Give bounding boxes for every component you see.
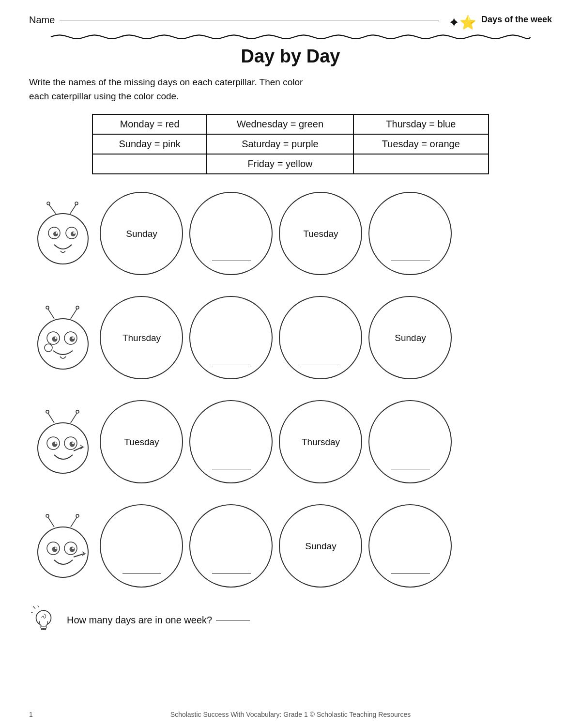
segment-2-4: Sunday [366,293,455,383]
color-cell-thursday: Thursday = blue [353,114,489,134]
svg-point-27 [100,296,183,379]
svg-point-13 [279,192,362,275]
segment-3-1: Tuesday [97,397,186,487]
answer-line-1-2[interactable] [212,261,251,261]
header: Name ✦⭐ Days of the week [29,15,552,31]
segment-3-3: Thursday [276,397,366,487]
caterpillar-head-4 [29,512,97,580]
question-text: How many days are in one week? [67,615,212,626]
svg-point-6 [73,232,75,234]
name-underline [60,20,439,20]
caterpillar-head-2 [29,304,97,372]
svg-line-38 [47,412,54,423]
answer-line-4-1[interactable] [122,573,161,573]
name-label: Name [29,15,55,26]
svg-point-8 [47,202,50,205]
answer-line-2-3[interactable] [302,365,340,365]
header-title: Days of the week [481,15,552,25]
color-cell-empty2 [353,154,489,174]
svg-point-49 [52,546,58,552]
color-cell-friday: Friday = yellow [207,154,353,174]
caterpillar-head-3 [29,408,97,476]
caterpillar-row-1: Sunday Tuesday [29,189,552,279]
color-row-1: Monday = red Wednesday = green Thursday … [92,114,489,134]
bottom-section: How many days are in one week? [29,605,552,635]
answer-line-2-2[interactable] [212,365,251,365]
svg-point-18 [52,336,58,341]
svg-point-54 [46,514,49,517]
answer-line-4-4[interactable] [391,573,430,573]
color-cell-wednesday: Wednesday = green [207,114,353,134]
caterpillar-2-segments: Thursday Sunday [97,293,552,383]
svg-point-39 [46,410,49,413]
svg-line-23 [47,308,54,319]
svg-point-14 [369,192,451,275]
color-cell-sunday: Sunday = pink [92,134,207,154]
svg-point-45 [369,401,451,483]
color-cell-saturday: Saturday = purple [207,134,353,154]
svg-line-9 [70,204,76,214]
answer-line-4-2[interactable] [212,573,251,573]
svg-point-5 [56,232,58,234]
segment-4-2 [186,501,276,591]
svg-point-51 [55,547,57,549]
answer-line-3-4[interactable] [391,469,430,469]
bottom-question: How many days are in one week? [67,615,250,626]
star-icon: ✦⭐ [448,15,476,31]
segment-4-4 [366,501,455,591]
caterpillar-row-4: Sunday [29,501,552,591]
svg-point-3 [53,232,58,236]
answer-line-3-2[interactable] [212,469,251,469]
segment-3-2 [186,397,276,487]
svg-line-7 [48,204,56,214]
svg-point-28 [190,296,272,379]
color-cell-empty1 [92,154,207,174]
caterpillar-head-1 [29,200,97,268]
caterpillar-row-3: Tuesday Thursday [29,397,552,487]
svg-point-56 [76,514,79,517]
svg-point-58 [190,505,272,587]
svg-point-15 [38,319,88,369]
name-line: Name [29,15,448,26]
svg-point-26 [76,306,79,309]
svg-point-34 [52,441,58,447]
segment-2-1: Thursday [97,293,186,383]
svg-point-22 [45,344,52,352]
svg-point-46 [38,527,88,577]
instructions: Write the names of the missing days on e… [29,76,552,103]
svg-point-35 [70,441,75,447]
svg-point-30 [369,296,451,379]
svg-point-44 [279,401,362,483]
svg-point-60 [369,505,451,587]
svg-point-10 [75,202,78,205]
svg-line-53 [47,516,54,527]
svg-point-24 [46,306,49,309]
footer-text: Scholastic Success With Vocabulary: Grad… [0,711,581,718]
segment-2-3 [276,293,366,383]
svg-point-12 [190,192,272,275]
svg-point-59 [279,505,362,587]
answer-line-1-4[interactable] [391,261,430,261]
svg-point-52 [72,547,74,549]
segment-3-4 [366,397,455,487]
segment-4-1 [97,501,186,591]
svg-point-57 [100,505,183,587]
color-cell-tuesday: Tuesday = orange [353,134,489,154]
svg-line-55 [71,516,77,527]
segment-4-3: Sunday [276,501,366,591]
svg-point-11 [100,192,183,275]
svg-line-61 [33,606,35,609]
caterpillar-1-segments: Sunday Tuesday [97,189,552,279]
segment-1-3: Tuesday [276,189,366,279]
svg-point-43 [190,401,272,483]
decorative-divider [29,32,552,41]
svg-line-40 [71,412,77,423]
color-code-table: Monday = red Wednesday = green Thursday … [92,114,489,174]
question-answer-blank[interactable] [216,620,250,620]
segment-1-2 [186,189,276,279]
page-title: Day by Day [29,46,552,67]
svg-line-62 [31,612,32,613]
svg-point-41 [76,410,79,413]
segment-2-2 [186,293,276,383]
svg-line-25 [71,308,77,319]
